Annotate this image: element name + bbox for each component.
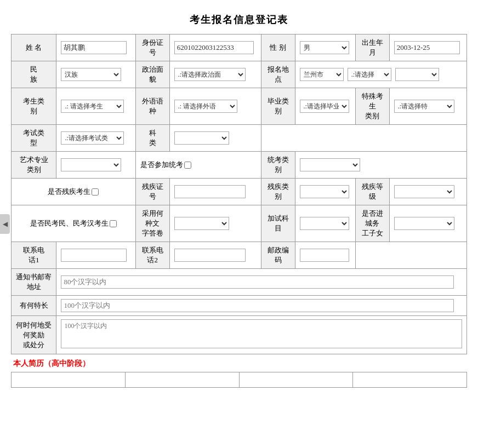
phone-row-empty [355,242,466,269]
subject-cell [169,125,261,152]
gender-select[interactable]: 男 女 [300,41,349,54]
unified-exam-checkbox[interactable] [184,162,191,169]
awards-cell [56,316,467,354]
phone1-label: 联系电 话1 [12,242,56,269]
answer-type-select[interactable] [174,217,229,230]
gender-cell: 男 女 [295,35,355,61]
address-cell [56,269,467,296]
answer-type-label: 采用何种文 字答卷 [135,205,169,242]
birthdate-label: 出生年 月 [355,35,389,61]
art-subject-cell [56,152,135,179]
migrant-cell [389,205,466,242]
id-card-input[interactable] [174,41,254,54]
resume-table [11,372,467,388]
disability-type-label: 残疾类 别 [261,179,295,205]
disability-level-cell [389,179,466,205]
registration-cell: 兰州市 .:请选择 [295,61,466,88]
special-label: 特殊考生 类别 [355,88,389,125]
awards-textarea[interactable] [61,319,462,348]
graduation-select[interactable]: .:请选择毕业类 [300,100,349,113]
empty-cell-row4 [261,125,466,152]
phone2-cell [169,242,261,269]
disability-label-wrap: 是否残疾考生 [16,187,131,197]
disability-label: 是否残疾考生 [48,187,90,197]
address-label: 通知书邮寄地址 [12,269,56,296]
migrant-select[interactable] [394,217,454,230]
disability-cell: 是否残疾考生 [12,179,136,205]
phone1-input[interactable] [61,249,127,262]
unified-type-select[interactable] [300,158,360,171]
minority-cell: 是否民考民、民考汉考生 [12,205,136,242]
answer-type-cell [169,205,261,242]
specialty-input[interactable] [61,299,454,312]
specialty-cell [56,296,467,316]
special-cell: .:请选择特 [389,88,466,125]
unified-exam-cell: 是否参加统考 [135,152,261,179]
subject-label: 科 类 [135,125,169,152]
extra-subject-cell [295,205,355,242]
foreign-lang-label: 外语语 种 [135,88,169,125]
page-wrapper: 考生报名信息登记表 姓 名 身份证 号 性 别 男 女 出生年 月 [0,0,478,448]
art-subject-label: 艺术专业 类别 [12,152,56,179]
resume-row-1-col-1 [12,372,126,388]
special-select[interactable]: .:请选择特 [394,100,454,113]
minority-label-wrap: 是否民考民、民考汉考生 [16,219,131,228]
graduation-label: 毕业类 别 [261,88,295,125]
extra-subject-select[interactable] [300,217,349,230]
side-arrow[interactable]: ◀ [0,214,10,234]
extra-subject-label: 加试科 目 [261,205,295,242]
id-card-cell [169,35,261,61]
minority-label: 是否民考民、民考汉考生 [30,219,109,228]
resume-section-title: 本人简历（高中阶段） [11,354,467,371]
disability-cert-input[interactable] [174,185,246,198]
politics-cell: .:请选择政治面 [169,61,261,88]
phone2-input[interactable] [174,249,246,262]
disability-cert-label: 残疾证 号 [135,179,169,205]
name-cell [56,35,135,61]
awards-label: 何时何地受何奖励 或处分 [12,316,56,354]
registration-sub2-select[interactable] [395,68,439,81]
resume-row-1-col-3 [239,372,353,388]
specialty-label: 有何特长 [12,296,56,316]
id-card-label: 身份证 号 [135,35,169,61]
test-type-label: 考试类 型 [12,125,56,152]
phone1-cell [56,242,135,269]
politics-label: 政治面 貌 [135,61,169,88]
foreign-lang-cell: .: 请选择外语 [169,88,261,125]
phone2-label: 联系电 话2 [135,242,169,269]
name-label: 姓 名 [12,35,56,61]
ethnicity-cell: 汉族 [56,61,135,88]
name-input[interactable] [61,41,127,54]
minority-checkbox[interactable] [110,220,117,227]
resume-row-1-col-4 [353,372,467,388]
subject-select[interactable] [174,131,229,145]
postal-input[interactable] [300,249,349,262]
page-title: 考生报名信息登记表 [11,5,467,34]
migrant-label: 是否进城务 工子女 [355,205,389,242]
unified-exam-label: 是否参加统考 [140,160,183,170]
registration-city-select[interactable]: 兰州市 [300,68,344,81]
unified-type-label: 统考类 别 [261,152,295,179]
postal-label: 邮政编 码 [261,242,295,269]
ethnicity-select[interactable]: 汉族 [61,68,121,81]
unified-type-cell [295,152,466,179]
disability-checkbox[interactable] [92,188,99,196]
disability-type-cell [295,179,355,205]
art-subject-select[interactable] [61,158,121,171]
birthdate-input[interactable] [394,41,460,54]
politics-select[interactable]: .:请选择政治面 [174,68,246,81]
disability-level-label: 残疾等 级 [355,179,389,205]
foreign-lang-select[interactable]: .: 请选择外语 [174,100,237,113]
resume-row-1-col-2 [125,372,239,388]
test-type-select[interactable]: .:请选择考试类 [61,131,124,145]
test-type-cell: .:请选择考试类 [56,125,135,152]
exam-type-select[interactable]: .: 请选择考生 [61,100,124,113]
registration-label: 报名地 点 [261,61,295,88]
birthdate-cell [389,35,466,61]
disability-type-select[interactable] [300,185,349,198]
disability-level-select[interactable] [394,185,454,198]
address-input[interactable] [61,275,454,289]
disability-cert-cell [169,179,261,205]
registration-sub-select[interactable]: .:请选择 [348,68,391,81]
graduation-cell: .:请选择毕业类 [295,88,355,125]
